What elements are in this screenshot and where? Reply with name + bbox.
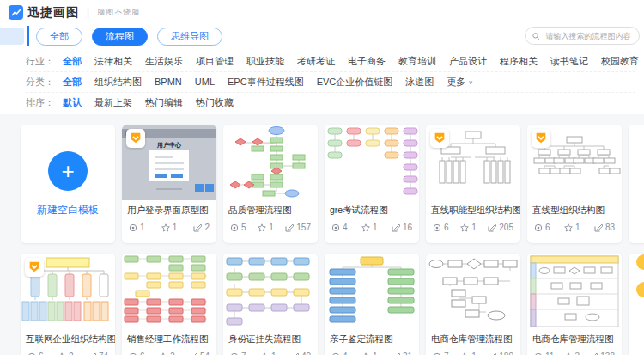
template-title: 电商仓库管理流程图 bbox=[527, 329, 622, 346]
template-card[interactable]: 身份证挂失流程图 7 1 40 bbox=[223, 254, 318, 355]
filter-option[interactable]: BPMN bbox=[155, 77, 182, 87]
template-stats: 4 1 21 bbox=[325, 346, 419, 355]
svg-text:用户中心: 用户中心 bbox=[156, 141, 182, 149]
template-title: 用户登录界面原型图 bbox=[122, 200, 216, 217]
filter-option[interactable]: 项目管理 bbox=[196, 56, 234, 66]
filter-option[interactable]: UML bbox=[195, 77, 215, 87]
star-icon bbox=[161, 223, 170, 232]
template-card-clipped[interactable] bbox=[629, 125, 644, 243]
filter-option[interactable]: 教育培训 bbox=[398, 56, 436, 66]
filter-option[interactable]: 法律相关 bbox=[94, 56, 132, 66]
template-card[interactable]: 电商仓库管理流程图 11 3 138 bbox=[527, 254, 622, 355]
filter-row-industry: 行业： 全部法律相关生活娱乐项目管理职业技能考研考证电子商务教育培训产品设计程序… bbox=[26, 52, 635, 72]
filter-row-sort: 排序： 默认最新上架热门编辑热门收藏 bbox=[26, 93, 635, 113]
tab-all[interactable]: 全部 bbox=[36, 28, 82, 46]
filter-options-category: 全部组织结构图BPMNUMLEPC事件过程线图EVC企业价值链图泳道图 bbox=[63, 76, 447, 89]
edit-icon bbox=[594, 223, 603, 232]
filter-option[interactable]: EPC事件过程线图 bbox=[228, 77, 304, 87]
template-card[interactable]: 互联网企业组织结构图 6 2 74 bbox=[21, 254, 115, 355]
vip-badge-icon bbox=[126, 129, 145, 148]
views-icon bbox=[534, 223, 543, 232]
filter-option[interactable]: 生活娱乐 bbox=[145, 56, 183, 66]
template-stats: 1 1 2 bbox=[122, 217, 216, 232]
template-card[interactable]: 品质管理流程图 5 1 157 bbox=[223, 125, 318, 243]
filter-option[interactable]: 最新上架 bbox=[94, 97, 132, 107]
filter-label-industry: 行业： bbox=[26, 55, 54, 68]
template-stats: 7 1 40 bbox=[223, 346, 318, 355]
template-title: 身份证挂失流程图 bbox=[223, 329, 318, 346]
edit-icon bbox=[193, 223, 202, 232]
template-preview-thumbnail bbox=[325, 125, 419, 200]
search-box[interactable] bbox=[525, 27, 640, 45]
filter-more-button[interactable]: 更多 ∨ bbox=[447, 76, 473, 89]
star-icon bbox=[159, 352, 167, 355]
filter-option[interactable]: 考研考证 bbox=[297, 56, 335, 66]
filter-option[interactable]: 默认 bbox=[63, 97, 82, 107]
edit-icon bbox=[189, 352, 197, 355]
star-icon bbox=[460, 352, 469, 355]
filter-option[interactable]: 泳道图 bbox=[405, 77, 434, 87]
vip-badge-icon bbox=[430, 129, 449, 148]
star-icon bbox=[460, 223, 469, 232]
new-template-label: 新建空白模板 bbox=[37, 203, 99, 217]
plus-icon[interactable]: + bbox=[48, 151, 88, 191]
template-card[interactable]: 电商仓库管理流程图 7 1 189 bbox=[426, 254, 520, 355]
template-preview-thumbnail bbox=[426, 254, 520, 329]
filter-option[interactable]: 程序相关 bbox=[500, 56, 538, 66]
filter-panel: 行业： 全部法律相关生活娱乐项目管理职业技能考研考证电子商务教育培训产品设计程序… bbox=[0, 49, 644, 114]
filter-option[interactable]: EVC企业价值链图 bbox=[317, 77, 393, 87]
template-card[interactable]: 用户中心 用户登录界面原型图 1 1 2 bbox=[122, 125, 216, 243]
template-card[interactable]: 直线型组织结构图 6 1 83 bbox=[527, 125, 622, 243]
star-icon bbox=[260, 352, 269, 355]
filter-option[interactable]: 全部 bbox=[63, 77, 82, 87]
filter-option[interactable]: 组织结构图 bbox=[94, 77, 142, 87]
views-icon bbox=[534, 352, 543, 355]
filter-option[interactable]: 热门编辑 bbox=[145, 97, 183, 107]
edit-icon bbox=[488, 352, 496, 355]
active-section-indicator bbox=[27, 26, 29, 46]
star-icon bbox=[58, 352, 66, 355]
brand-name[interactable]: 迅捷画图 bbox=[27, 5, 79, 21]
views-icon bbox=[129, 352, 137, 355]
template-preview-thumbnail bbox=[325, 254, 419, 329]
template-title: gre考试流程图 bbox=[325, 200, 419, 217]
brand-tagline: 脑图不烧脑 bbox=[97, 7, 140, 18]
filter-option[interactable]: 产品设计 bbox=[449, 56, 487, 66]
brand-logo-icon[interactable] bbox=[9, 5, 23, 20]
new-blank-template-card[interactable]: + 新建空白模板 bbox=[21, 125, 115, 243]
template-card[interactable]: 直线职能型组织结构图 6 1 205 bbox=[426, 125, 520, 243]
template-preview-thumbnail bbox=[122, 254, 216, 329]
edit-icon bbox=[88, 352, 96, 355]
views-icon bbox=[433, 223, 441, 232]
filter-option[interactable]: 职业技能 bbox=[246, 56, 284, 66]
template-stats: 6 2 54 bbox=[122, 346, 216, 355]
template-stats: 5 1 157 bbox=[223, 217, 318, 232]
star-icon bbox=[258, 223, 266, 232]
views-icon bbox=[27, 352, 36, 355]
template-title: 互联网企业组织结构图 bbox=[21, 329, 115, 346]
search-input[interactable] bbox=[544, 31, 632, 41]
template-card[interactable]: 亲子鉴定流程图 4 1 21 bbox=[325, 254, 419, 355]
template-card[interactable]: 销售经理工作流程图 6 2 54 bbox=[122, 254, 216, 355]
category-tabbar: 全部 流程图 思维导图 bbox=[0, 23, 644, 49]
filter-label-sort: 排序： bbox=[26, 96, 54, 109]
filter-option[interactable]: 全部 bbox=[63, 56, 82, 66]
template-card[interactable]: gre考试流程图 4 1 16 bbox=[325, 125, 419, 243]
filter-option[interactable]: 电子商务 bbox=[348, 56, 386, 66]
edit-icon bbox=[290, 352, 299, 355]
app-header: 迅捷画图 | 脑图不烧脑 bbox=[0, 0, 644, 23]
tab-flowchart[interactable]: 流程图 bbox=[92, 28, 148, 46]
filter-option[interactable]: 校园教育 bbox=[601, 56, 639, 66]
template-stats: 11 3 138 bbox=[527, 346, 622, 355]
tab-mindmap[interactable]: 思维导图 bbox=[157, 28, 222, 46]
template-preview-thumbnail bbox=[223, 125, 318, 200]
template-title: 品质管理流程图 bbox=[223, 200, 318, 217]
views-icon bbox=[331, 352, 340, 355]
filter-option[interactable]: 热门收藏 bbox=[196, 97, 234, 107]
filter-options-sort: 默认最新上架热门编辑热门收藏 bbox=[63, 96, 246, 109]
filter-option[interactable]: 读书笔记 bbox=[550, 56, 588, 66]
template-title: 直线型组织结构图 bbox=[527, 200, 622, 217]
template-stats: 4 1 16 bbox=[325, 217, 419, 232]
template-stats: 7 1 189 bbox=[426, 346, 520, 355]
edit-icon bbox=[285, 223, 294, 232]
